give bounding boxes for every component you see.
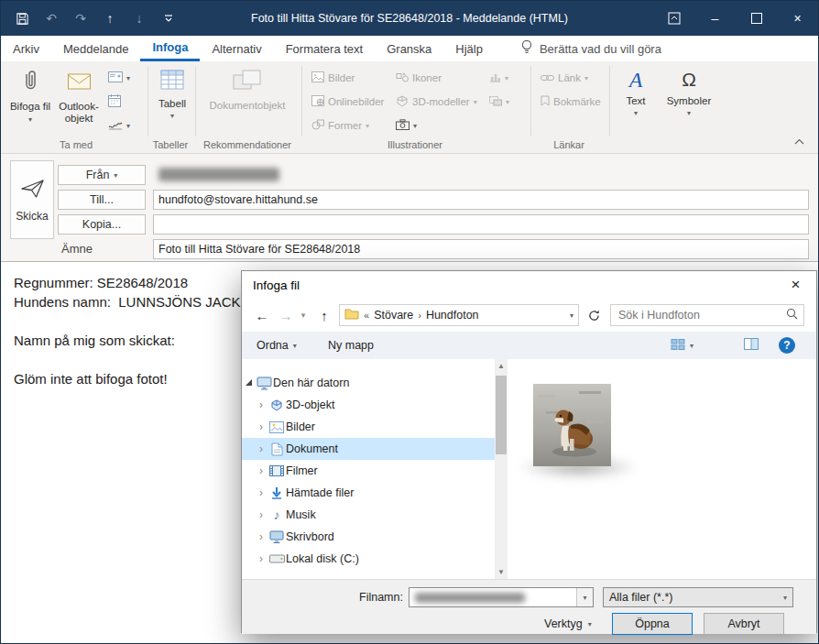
breadcrumb-item[interactable]: Hundfoton bbox=[426, 309, 479, 322]
tab-hjalp[interactable]: Hjälp bbox=[443, 36, 495, 61]
outlook-item-button[interactable]: Outlook-objekt bbox=[55, 64, 103, 146]
collapsed-chevron-icon[interactable]: › bbox=[255, 486, 268, 499]
dialog-close-button[interactable]: × bbox=[775, 271, 816, 299]
previous-item-icon[interactable]: ↑ bbox=[102, 10, 118, 27]
signature-button[interactable]: ▾ bbox=[105, 115, 147, 136]
scroll-up-icon[interactable]: ▲ bbox=[495, 359, 508, 373]
next-item-icon[interactable]: ↓ bbox=[131, 10, 147, 27]
preview-pane-button[interactable] bbox=[737, 332, 766, 359]
undo-icon[interactable]: ↶ bbox=[43, 10, 60, 27]
tree-item-videos[interactable]: › Filmer bbox=[242, 460, 495, 482]
folder-tree: Den här datorn › 3D-objekt › Bilder bbox=[242, 359, 495, 579]
tree-item-label: 3D-objekt bbox=[286, 398, 335, 411]
tab-alternativ[interactable]: Alternativ bbox=[200, 36, 273, 61]
address-bar[interactable]: « Stövare › Hundfoton ▾ bbox=[339, 304, 579, 326]
tab-formatera-text[interactable]: Formatera text bbox=[274, 36, 376, 61]
scrollbar-thumb[interactable] bbox=[496, 376, 507, 454]
business-card-button[interactable]: ▾ bbox=[105, 67, 147, 89]
icons-button[interactable]: Ikoner bbox=[393, 67, 444, 89]
to-button[interactable]: Till... bbox=[58, 190, 146, 210]
tree-item-this-pc[interactable]: Den här datorn bbox=[242, 372, 495, 394]
online-pictures-button[interactable]: Onlinebilder bbox=[309, 91, 387, 113]
tree-item-3d-objects[interactable]: › 3D-objekt bbox=[242, 394, 495, 416]
window-title: Foto till Hitta Stövare för SE28648/2018… bbox=[251, 12, 568, 25]
tree-item-music[interactable]: › ♪ Musik bbox=[242, 504, 495, 526]
view-mode-button[interactable]: ▾ bbox=[663, 332, 701, 359]
organize-button[interactable]: Ordna ▾ bbox=[249, 332, 304, 359]
tree-scrollbar[interactable]: ▲ ▼ bbox=[495, 359, 508, 579]
document-object-button[interactable]: Dokumentobjekt bbox=[201, 64, 294, 146]
table-button[interactable]: Tabell ▾ bbox=[152, 64, 192, 146]
to-input[interactable] bbox=[153, 190, 809, 210]
open-button[interactable]: Öppna bbox=[612, 613, 693, 635]
subject-input[interactable] bbox=[153, 239, 809, 259]
shapes-button[interactable]: Former ▾ bbox=[309, 115, 372, 136]
collapsed-chevron-icon[interactable]: › bbox=[255, 398, 268, 411]
envelope-icon bbox=[67, 69, 92, 96]
filename-combobox[interactable]: ▾ bbox=[409, 587, 594, 607]
cc-button[interactable]: Kopia... bbox=[58, 214, 146, 235]
bookmark-button[interactable]: Bokmärke bbox=[538, 91, 604, 113]
symbols-button[interactable]: Ω Symboler ▾ bbox=[662, 64, 715, 146]
redo-icon[interactable]: ↷ bbox=[72, 10, 89, 27]
text-button[interactable]: A Text ▾ bbox=[615, 64, 657, 146]
collapsed-chevron-icon[interactable]: › bbox=[255, 420, 268, 433]
minimize-button[interactable]: – bbox=[694, 1, 736, 36]
from-button[interactable]: Från ▾ bbox=[58, 165, 146, 185]
tree-item-documents[interactable]: › Dokument bbox=[242, 438, 495, 460]
link-button[interactable]: Länk ▾ bbox=[538, 67, 591, 89]
tab-granska[interactable]: Granska bbox=[375, 36, 443, 61]
calendar-button[interactable] bbox=[105, 91, 147, 113]
collapsed-chevron-icon[interactable]: › bbox=[255, 442, 268, 455]
breadcrumb-overflow-icon[interactable]: « bbox=[364, 310, 369, 321]
group-separator bbox=[147, 66, 148, 136]
3d-models-button[interactable]: 3D-modeller ▾ bbox=[393, 91, 480, 113]
ribbon-display-options-button[interactable] bbox=[653, 1, 694, 36]
maximize-button[interactable] bbox=[736, 1, 777, 36]
up-button[interactable]: ↑ bbox=[313, 304, 335, 326]
forward-button[interactable]: → bbox=[275, 304, 297, 326]
save-icon[interactable] bbox=[14, 10, 30, 27]
search-box[interactable] bbox=[610, 304, 804, 326]
collapsed-chevron-icon[interactable]: › bbox=[255, 464, 268, 477]
tab-arkiv[interactable]: Arkiv bbox=[1, 36, 51, 61]
filetype-dropdown[interactable]: Alla filer (*.*) ▾ bbox=[603, 587, 793, 607]
tree-item-pictures[interactable]: › Bilder bbox=[242, 416, 495, 438]
address-dropdown-icon[interactable]: ▾ bbox=[570, 311, 573, 320]
dog-photo-preview[interactable] bbox=[533, 384, 611, 466]
tools-dropdown[interactable]: Verktyg ▾ bbox=[544, 613, 592, 635]
ribbon-infoga: Bifoga fil ▾ Outlook-objekt ▾ ▾ Ta med bbox=[1, 61, 818, 154]
recent-locations-dropdown[interactable]: ▾ bbox=[297, 304, 310, 326]
breadcrumb-item[interactable]: Stövare bbox=[374, 309, 413, 322]
filename-dropdown-icon[interactable]: ▾ bbox=[576, 588, 593, 606]
refresh-button[interactable] bbox=[583, 304, 605, 326]
search-input[interactable] bbox=[617, 308, 786, 322]
help-button[interactable]: ? bbox=[771, 332, 803, 359]
link-icon bbox=[541, 72, 554, 83]
close-button[interactable]: × bbox=[777, 1, 818, 36]
tree-item-downloads[interactable]: › Hämtade filer bbox=[242, 482, 495, 504]
send-button[interactable]: Skicka bbox=[10, 160, 54, 239]
screenshot-button[interactable]: ▾ bbox=[393, 115, 426, 136]
dropdown-icon: ▾ bbox=[634, 107, 638, 119]
pictures-button[interactable]: Bilder bbox=[309, 67, 357, 89]
new-folder-button[interactable]: Ny mapp bbox=[321, 332, 381, 359]
collapsed-chevron-icon[interactable]: › bbox=[255, 552, 268, 565]
tab-infoga[interactable]: Infoga bbox=[140, 36, 200, 61]
collapsed-chevron-icon[interactable]: › bbox=[255, 530, 268, 543]
expanded-arrow-icon[interactable] bbox=[242, 377, 255, 389]
customize-qat-icon[interactable] bbox=[160, 10, 177, 27]
back-button[interactable]: ← bbox=[251, 304, 273, 326]
chart-button[interactable]: ▾ bbox=[486, 67, 525, 89]
attach-file-button[interactable]: Bifoga fil ▾ bbox=[8, 64, 52, 146]
tab-meddelande[interactable]: Meddelande bbox=[51, 36, 141, 61]
cancel-button[interactable]: Avbryt bbox=[704, 613, 784, 635]
smartart-button[interactable]: ▾ bbox=[486, 91, 525, 113]
scroll-down-icon[interactable]: ▼ bbox=[495, 565, 508, 579]
tree-item-local-disk-c[interactable]: › Lokal disk (C:) bbox=[242, 548, 495, 570]
cc-input[interactable] bbox=[153, 214, 809, 235]
collapse-ribbon-button[interactable] bbox=[791, 135, 807, 147]
tell-me-box[interactable]: Berätta vad du vill göra bbox=[520, 36, 661, 61]
collapsed-chevron-icon[interactable]: › bbox=[255, 508, 268, 521]
tree-item-desktop[interactable]: › Skrivbord bbox=[242, 526, 495, 548]
